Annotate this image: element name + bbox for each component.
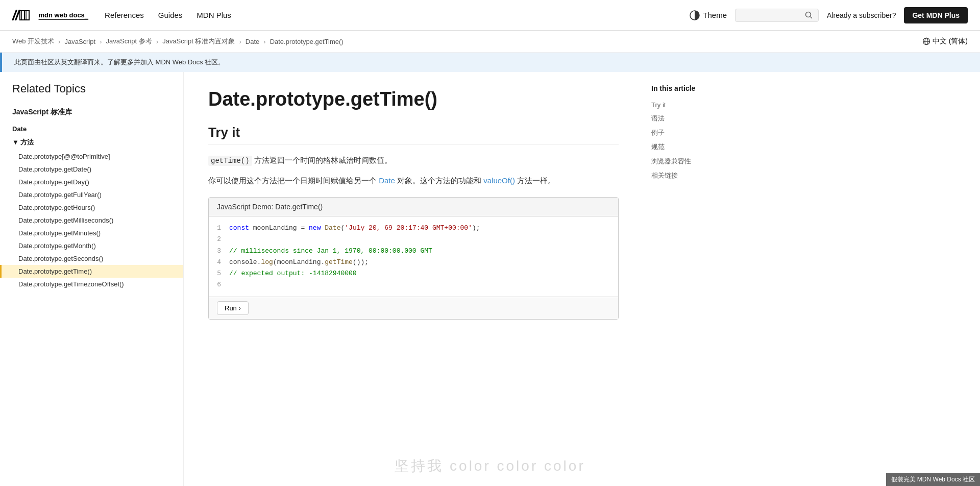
sidebar-group-label: Date [0, 121, 183, 135]
code-line-4: 4 console.log(moonLanding.getTime()); [209, 257, 618, 268]
breadcrumb-sep-4: › [263, 38, 265, 45]
valueof-link[interactable]: valueOf() [483, 176, 515, 185]
breadcrumb-sep-3: › [239, 38, 241, 45]
line-code-4: console.log(moonLanding.getTime()); [229, 257, 369, 268]
nav-references[interactable]: References [105, 11, 144, 19]
toc-item-2[interactable]: 例子 [651, 126, 747, 140]
breadcrumb-bar: Web 开发技术 › JavaScript › JavaScript 参考 › … [0, 31, 980, 53]
line-code-5: // expected output: -14182940000 [229, 268, 357, 279]
demo-header: JavaScript Demo: Date.getTime() [209, 198, 618, 216]
sidebar-item-5[interactable]: Date.prototype.getMilliseconds() [0, 214, 183, 227]
header-right: Theme Already a subscriber? Get MDN Plus [690, 7, 968, 23]
run-button[interactable]: Run › [217, 301, 249, 315]
page-layout: Related Topics JavaScript 标准库 Date ▼ 方法 … [0, 72, 980, 486]
line-num-3: 3 [209, 246, 229, 257]
search-box[interactable] [735, 9, 819, 22]
description-2: 你可以使用这个方法把一个日期时间赋值给另一个 Date 对象。这个方法的功能和 … [208, 175, 619, 187]
search-input[interactable] [741, 11, 802, 19]
mdn-logo-icon [18, 8, 34, 23]
get-plus-button[interactable]: Get MDN Plus [904, 7, 968, 23]
breadcrumb-item-1[interactable]: JavaScript [64, 38, 95, 45]
sidebar: Related Topics JavaScript 标准库 Date ▼ 方法 … [0, 72, 184, 486]
toc-panel: In this article Try it 语法 例子 规范 浏览器兼容性 相… [643, 72, 755, 486]
breadcrumb-sep-2: › [156, 38, 158, 45]
globe-icon [922, 37, 930, 45]
code-line-5: 5 // expected output: -14182940000 [209, 268, 618, 279]
sidebar-section-title: JavaScript 标准库 [0, 104, 183, 121]
sidebar-item-9-active[interactable]: Date.prototype.getTime() [0, 265, 183, 278]
sidebar-item-1[interactable]: Date.prototype.getDate() [0, 163, 183, 176]
toc-item-4[interactable]: 浏览器兼容性 [651, 154, 747, 168]
translation-text: 此页面由社区从英文翻译而来。了解更多并加入 MDN Web Docs 社区。 [14, 58, 225, 66]
logo-m-icon: // [12, 7, 18, 23]
toc-item-5[interactable]: 相关链接 [651, 168, 747, 183]
date-link[interactable]: Date [379, 176, 395, 185]
description-2-suffix: 方法一样。 [517, 176, 555, 185]
toc-title: In this article [651, 84, 747, 92]
sidebar-item-10[interactable]: Date.prototype.getTimezoneOffset() [0, 278, 183, 290]
breadcrumb-sep-0: › [58, 38, 60, 45]
code-line-2: 2 [209, 234, 618, 245]
main-content: Date.prototype.getTime() Try it getTime(… [184, 72, 643, 486]
theme-icon [690, 10, 700, 20]
toc-item-3[interactable]: 规范 [651, 140, 747, 154]
logo-text: mdn web docs_ [39, 11, 89, 19]
breadcrumb-item-4[interactable]: Date [246, 38, 259, 45]
nav-mdn-plus[interactable]: MDN Plus [197, 11, 231, 19]
line-code-1: const moonLanding = new Date('July 20, 6… [229, 223, 480, 234]
breadcrumb: Web 开发技术 › JavaScript › JavaScript 参考 › … [12, 37, 344, 46]
code-line-6: 6 [209, 279, 618, 290]
code-line-1: 1 const moonLanding = new Date('July 20,… [209, 223, 618, 234]
gettime-code-inline: getTime() [208, 156, 252, 166]
breadcrumb-item-3[interactable]: JavaScript 标准内置对象 [162, 37, 235, 46]
translation-banner: 此页面由社区从英文翻译而来。了解更多并加入 MDN Web Docs 社区。 [0, 53, 980, 72]
breadcrumb-sep-1: › [100, 38, 102, 45]
line-code-2 [229, 234, 233, 245]
svg-line-2 [811, 16, 813, 18]
search-icon [805, 11, 813, 19]
sidebar-toggle-label: ▼ 方法 [12, 138, 34, 147]
sidebar-item-3[interactable]: Date.prototype.getFullYear() [0, 188, 183, 201]
subscriber-text: Already a subscriber? [827, 11, 896, 19]
toc-item-1[interactable]: 语法 [651, 111, 747, 126]
theme-label: Theme [703, 11, 727, 19]
main-nav: References Guides MDN Plus [105, 11, 690, 19]
sidebar-item-4[interactable]: Date.prototype.getHours() [0, 201, 183, 214]
nav-guides[interactable]: Guides [158, 11, 183, 19]
line-num-4: 4 [209, 257, 229, 268]
toc-item-0[interactable]: Try it [651, 99, 747, 111]
line-num-6: 6 [209, 279, 229, 290]
breadcrumb-item-0[interactable]: Web 开发技术 [12, 37, 54, 46]
description-1: getTime() 方法返回一个时间的格林威治时间数值。 [208, 154, 619, 166]
description-2-prefix: 你可以使用这个方法把一个日期时间赋值给另一个 [208, 176, 379, 185]
code-area: 1 const moonLanding = new Date('July 20,… [209, 216, 618, 297]
header: // mdn web docs_ References Guides MDN P… [0, 0, 980, 31]
breadcrumb-item-2[interactable]: JavaScript 参考 [106, 37, 152, 46]
code-line-3: 3 // milliseconds since Jan 1, 1970, 00:… [209, 246, 618, 257]
line-num-5: 5 [209, 268, 229, 279]
sidebar-group-toggle[interactable]: ▼ 方法 [0, 135, 183, 150]
line-code-6 [229, 279, 233, 290]
line-code-3: // milliseconds since Jan 1, 1970, 00:00… [229, 246, 432, 257]
sidebar-item-7[interactable]: Date.prototype.getMonth() [0, 239, 183, 252]
language-button[interactable]: 中文 (简体) [922, 37, 968, 46]
bottom-badge: 假装完美 MDN Web Docs 社区 [886, 473, 980, 486]
description-1-suffix: 方法返回一个时间的格林威治时间数值。 [254, 156, 392, 164]
run-bar: Run › [209, 297, 618, 319]
sidebar-title: Related Topics [0, 82, 183, 104]
theme-button[interactable]: Theme [690, 10, 727, 20]
breadcrumb-item-5[interactable]: Date.prototype.getTime() [270, 38, 344, 45]
line-num-2: 2 [209, 234, 229, 245]
lang-label: 中文 (简体) [933, 37, 968, 46]
page-title: Date.prototype.getTime() [208, 88, 619, 110]
sidebar-item-8[interactable]: Date.prototype.getSeconds() [0, 252, 183, 265]
line-num-1: 1 [209, 223, 229, 234]
sidebar-item-6[interactable]: Date.prototype.getMinutes() [0, 227, 183, 239]
svg-point-1 [806, 12, 811, 17]
sidebar-item-2[interactable]: Date.prototype.getDay() [0, 176, 183, 188]
try-it-heading: Try it [208, 125, 619, 145]
demo-box: JavaScript Demo: Date.getTime() 1 const … [208, 197, 619, 320]
description-2-mid: 对象。这个方法的功能和 [397, 176, 483, 185]
logo-link[interactable]: // mdn web docs_ [12, 7, 88, 23]
sidebar-item-0[interactable]: Date.prototype[@@toPrimitive] [0, 150, 183, 163]
